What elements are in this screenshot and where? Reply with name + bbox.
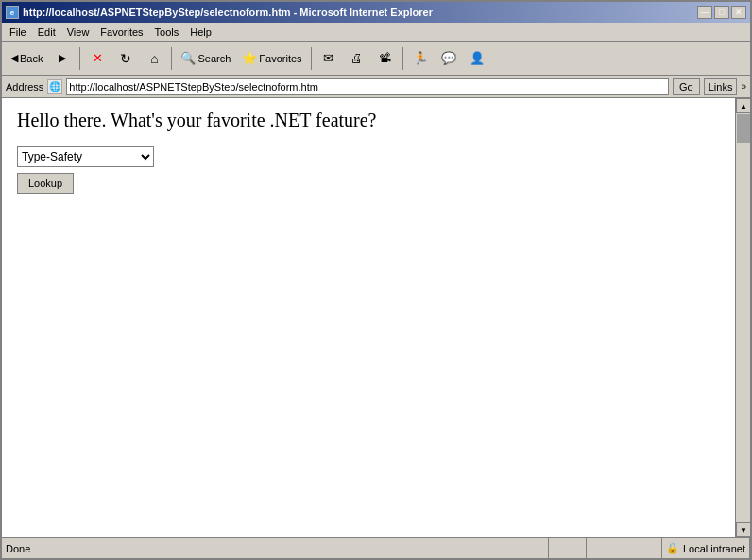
media-button[interactable]: 📽 <box>372 45 399 72</box>
separator-4 <box>402 47 403 70</box>
menu-bar: File Edit View Favorites Tools Help <box>2 23 750 42</box>
search-label: Search <box>197 53 231 64</box>
forward-icon: ▶ <box>59 52 66 64</box>
scroll-track[interactable] <box>736 113 750 522</box>
menu-file[interactable]: File <box>4 25 32 40</box>
status-text: Done <box>2 538 549 558</box>
menu-favorites[interactable]: Favorites <box>94 25 148 40</box>
home-button[interactable]: ⌂ <box>141 45 167 72</box>
maximize-button[interactable]: □ <box>714 6 729 19</box>
scroll-down-button[interactable]: ▼ <box>736 522 750 537</box>
print-button[interactable]: 🖨 <box>344 45 370 72</box>
home-icon: ⌂ <box>150 51 158 66</box>
address-input[interactable] <box>66 78 669 95</box>
scroll-up-button[interactable]: ▲ <box>736 98 750 113</box>
favorites-label: Favorites <box>259 53 301 64</box>
hotmail-icon: 💬 <box>441 51 456 65</box>
window-controls: — □ ✕ <box>697 6 746 19</box>
menu-view[interactable]: View <box>61 25 95 40</box>
title-bar: e http://localhost/ASPNETStepByStep/sele… <box>2 2 750 23</box>
separator-2 <box>171 47 172 70</box>
separator-1 <box>79 47 80 70</box>
lookup-button[interactable]: Lookup <box>17 173 74 194</box>
mail-button[interactable]: ✉ <box>316 45 342 72</box>
back-icon: ◀ <box>10 52 18 64</box>
menu-help[interactable]: Help <box>184 25 217 40</box>
links-button[interactable]: Links <box>704 78 738 95</box>
content-area: Hello there. What's your favorite .NET f… <box>2 98 750 537</box>
go-button[interactable]: Go <box>673 78 700 95</box>
favorites-button[interactable]: ⭐ Favorites <box>237 45 306 72</box>
security-icon: 🔒 <box>666 542 679 554</box>
mail-icon: ✉ <box>323 51 333 65</box>
print-icon: 🖨 <box>350 51 363 65</box>
expand-icon[interactable]: » <box>741 81 746 92</box>
security-zone: 🔒 Local intranet <box>662 538 750 558</box>
stop-icon: ✕ <box>93 51 103 65</box>
status-bar: Done 🔒 Local intranet <box>2 537 750 558</box>
back-button[interactable]: ◀ Back <box>6 45 47 72</box>
browser-icon: e <box>6 6 19 19</box>
feature-select[interactable]: Type-Safety Garbage Collection Cross-Lan… <box>17 146 154 167</box>
hotmail-button[interactable]: 💬 <box>436 45 462 72</box>
status-zone-2 <box>587 538 624 558</box>
search-button[interactable]: 🔍 Search <box>176 45 235 72</box>
forward-button[interactable]: ▶ <box>49 45 76 72</box>
page-icon: 🌐 <box>47 79 62 94</box>
messenger-button[interactable]: 🏃 <box>407 45 434 72</box>
menu-edit[interactable]: Edit <box>32 25 61 40</box>
stop-button[interactable]: ✕ <box>84 45 111 72</box>
favorites-icon: ⭐ <box>242 51 257 65</box>
close-button[interactable]: ✕ <box>731 6 746 19</box>
address-bar: Address 🌐 Go Links » <box>2 76 750 98</box>
messenger-icon: 🏃 <box>413 51 428 65</box>
toolbar: ◀ Back ▶ ✕ ↻ ⌂ 🔍 Search ⭐ Favorites ✉ <box>2 42 750 76</box>
status-label: Done <box>6 543 30 554</box>
security-label: Local intranet <box>683 543 745 554</box>
media-icon: 📽 <box>379 51 391 65</box>
page-heading: Hello there. What's your favorite .NET f… <box>17 110 735 131</box>
browser-window: e http://localhost/ASPNETStepByStep/sele… <box>0 0 752 560</box>
refresh-button[interactable]: ↻ <box>112 45 139 72</box>
window-title: http://localhost/ASPNETStepByStep/select… <box>23 7 433 18</box>
search-icon: 🔍 <box>180 51 196 65</box>
form-group: Type-Safety Garbage Collection Cross-Lan… <box>17 146 735 194</box>
minimize-button[interactable]: — <box>697 6 712 19</box>
status-zone-3 <box>624 538 662 558</box>
scroll-thumb[interactable] <box>737 114 750 143</box>
scrollbar[interactable]: ▲ ▼ <box>735 98 750 537</box>
user-button[interactable]: 👤 <box>464 45 490 72</box>
menu-tools[interactable]: Tools <box>149 25 185 40</box>
title-bar-left: e http://localhost/ASPNETStepByStep/sele… <box>6 6 433 19</box>
user-icon: 👤 <box>470 51 485 65</box>
separator-3 <box>311 47 312 70</box>
status-zone-1 <box>549 538 587 558</box>
refresh-icon: ↻ <box>120 51 131 66</box>
back-label: Back <box>20 53 43 64</box>
address-label: Address <box>6 81 43 93</box>
